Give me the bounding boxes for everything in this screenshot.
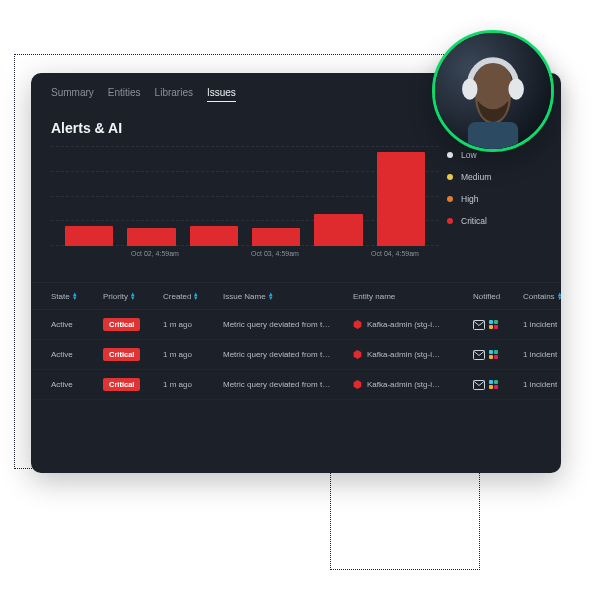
hexagon-icon [353, 320, 362, 329]
legend-dot-high [447, 196, 453, 202]
col-priority[interactable]: Priority▴▾ [103, 292, 159, 301]
tab-issues[interactable]: Issues [207, 87, 236, 102]
cell-state: Active [51, 320, 99, 329]
sort-icon: ▴▾ [194, 292, 198, 300]
mail-icon[interactable] [473, 350, 485, 360]
x-tick-label: Oct 03, 4:59am [245, 250, 305, 257]
legend-label: High [461, 194, 478, 204]
table-row[interactable]: ActiveCritical1 m agoMetric query deviat… [31, 310, 561, 340]
svg-marker-2 [354, 350, 362, 359]
cell-issue: Metric query deviated from t… [223, 380, 349, 389]
sort-icon: ▴▾ [131, 292, 135, 300]
svg-rect-10 [468, 122, 518, 149]
legend-dot-low [447, 152, 453, 158]
avatar [432, 30, 554, 152]
cell-created: 1 m ago [163, 320, 219, 329]
legend-medium: Medium [447, 172, 539, 182]
legend-critical: Critical [447, 216, 539, 226]
table-body: ActiveCritical1 m agoMetric query deviat… [31, 310, 561, 400]
hexagon-icon [353, 380, 362, 389]
x-tick-label: Oct 02, 4:59am [125, 250, 185, 257]
cell-contains: 1 incident [523, 350, 561, 359]
chart-x-labels: Oct 02, 4:59amOct 03, 4:59amOct 04, 4:59… [65, 250, 425, 257]
cell-created: 1 m ago [163, 380, 219, 389]
cell-notified [473, 320, 519, 330]
slack-icon[interactable] [489, 320, 498, 329]
x-tick-label: Oct 04, 4:59am [365, 250, 425, 257]
hexagon-icon [353, 350, 362, 359]
chart-bar [127, 228, 175, 246]
cell-notified [473, 350, 519, 360]
legend-high: High [447, 194, 539, 204]
priority-pill: Critical [103, 378, 140, 391]
table-row[interactable]: ActiveCritical1 m agoMetric query deviat… [31, 370, 561, 400]
cell-state: Active [51, 380, 99, 389]
cell-created: 1 m ago [163, 350, 219, 359]
mail-icon[interactable] [473, 380, 485, 390]
tab-entities[interactable]: Entities [108, 87, 141, 102]
cell-entity: Kafka-admin (stg-i… [353, 320, 469, 329]
chart-bars [65, 146, 425, 246]
col-issue[interactable]: Issue Name▴▾ [223, 292, 349, 301]
priority-pill: Critical [103, 348, 140, 361]
legend-dot-medium [447, 174, 453, 180]
chart-legend: Low Medium High Critical [439, 146, 539, 268]
cell-priority: Critical [103, 350, 159, 359]
svg-marker-4 [354, 380, 362, 389]
sort-icon: ▴▾ [558, 292, 561, 300]
sort-icon: ▴▾ [269, 292, 273, 300]
cell-priority: Critical [103, 320, 159, 329]
col-state[interactable]: State▴▾ [51, 292, 99, 301]
alerts-chart: Oct 02, 4:59amOct 03, 4:59amOct 04, 4:59… [31, 142, 561, 268]
mail-icon[interactable] [473, 320, 485, 330]
slack-icon[interactable] [489, 350, 498, 359]
tab-summary[interactable]: Summary [51, 87, 94, 102]
cell-issue: Metric query deviated from t… [223, 320, 349, 329]
col-contains[interactable]: Contains▴▾ [523, 292, 561, 301]
chart-bar [65, 226, 113, 246]
priority-pill: Critical [103, 318, 140, 331]
col-created[interactable]: Created▴▾ [163, 292, 219, 301]
cell-entity: Kafka-admin (stg-i… [353, 350, 469, 359]
tab-libraries[interactable]: Libraries [155, 87, 193, 102]
slack-icon[interactable] [489, 380, 498, 389]
chart-bar [314, 214, 362, 246]
cell-priority: Critical [103, 380, 159, 389]
cell-issue: Metric query deviated from t… [223, 350, 349, 359]
svg-point-8 [462, 78, 477, 99]
cell-entity: Kafka-admin (stg-i… [353, 380, 469, 389]
chart-bar [190, 226, 238, 246]
col-notified: Notified [473, 292, 519, 301]
col-entity: Entity name [353, 292, 469, 301]
svg-point-9 [508, 78, 523, 99]
table-header: State▴▾ Priority▴▾ Created▴▾ Issue Name▴… [31, 282, 561, 310]
svg-marker-0 [354, 320, 362, 329]
legend-label: Critical [461, 216, 487, 226]
cell-notified [473, 380, 519, 390]
legend-label: Medium [461, 172, 491, 182]
cell-contains: 1 incident [523, 320, 561, 329]
legend-dot-critical [447, 218, 453, 224]
chart-bar [252, 228, 300, 246]
cell-contains: 1 incident [523, 380, 561, 389]
cell-state: Active [51, 350, 99, 359]
chart-bar [377, 152, 425, 246]
legend-label: Low [461, 150, 477, 160]
table-row[interactable]: ActiveCritical1 m agoMetric query deviat… [31, 340, 561, 370]
sort-icon: ▴▾ [73, 292, 77, 300]
